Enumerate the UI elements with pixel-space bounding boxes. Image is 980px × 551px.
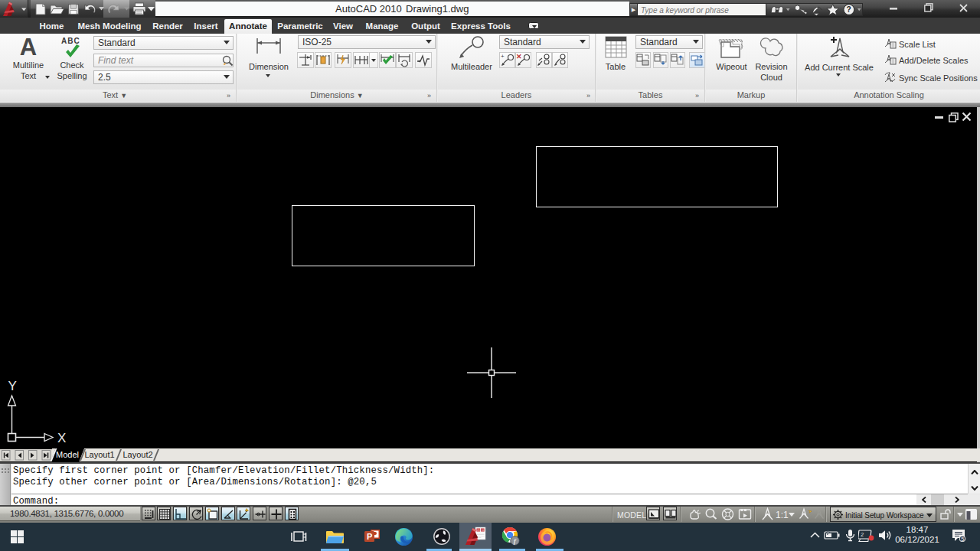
svg-text:X: X: [57, 431, 66, 445]
svg-text:2: 2: [861, 533, 864, 538]
svg-text:+: +: [501, 53, 505, 60]
svg-text:✕: ✕: [516, 53, 522, 60]
svg-text:Y: Y: [8, 379, 17, 393]
svg-text:5: 5: [961, 536, 964, 542]
